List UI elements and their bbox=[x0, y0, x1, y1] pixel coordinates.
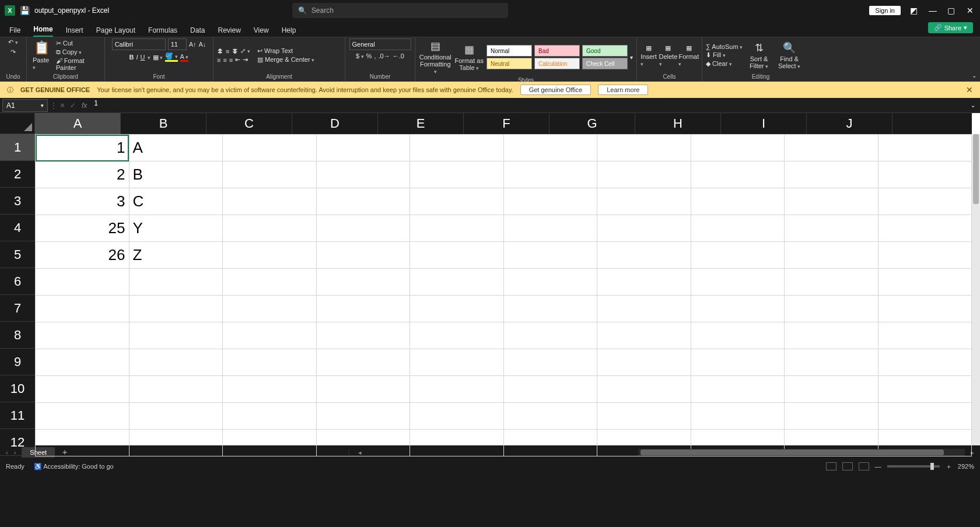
cell[interactable] bbox=[785, 215, 878, 242]
cell[interactable]: A bbox=[129, 135, 223, 161]
underline-button[interactable]: U bbox=[141, 54, 145, 61]
cell[interactable] bbox=[503, 322, 597, 349]
cell[interactable] bbox=[597, 349, 691, 376]
cell[interactable] bbox=[503, 242, 597, 269]
paste-button[interactable]: 📋 Paste bbox=[30, 39, 54, 72]
percent-format-icon[interactable]: % bbox=[366, 52, 372, 59]
column-header[interactable]: E bbox=[378, 113, 464, 134]
column-header[interactable]: D bbox=[292, 113, 378, 134]
cell[interactable] bbox=[597, 296, 691, 322]
column-header[interactable]: F bbox=[464, 113, 550, 134]
cell[interactable] bbox=[691, 215, 785, 242]
redo-button[interactable]: ↷ bbox=[10, 48, 16, 56]
cell[interactable] bbox=[597, 403, 691, 430]
fx-icon[interactable]: fx bbox=[78, 101, 90, 110]
cell[interactable] bbox=[503, 135, 597, 161]
increase-font-icon[interactable]: A↑ bbox=[189, 41, 197, 48]
vertical-scrollbar[interactable] bbox=[972, 134, 980, 445]
cell[interactable] bbox=[878, 403, 972, 430]
formula-input[interactable]: 1 bbox=[90, 99, 966, 112]
enter-formula-icon[interactable]: ✓ bbox=[68, 101, 78, 110]
cell[interactable] bbox=[316, 403, 410, 430]
align-top-icon[interactable]: ⯭ bbox=[217, 48, 223, 55]
cell[interactable] bbox=[503, 403, 597, 430]
cell[interactable] bbox=[223, 135, 317, 161]
cell[interactable]: Y bbox=[129, 215, 223, 242]
column-header[interactable]: H bbox=[635, 113, 721, 134]
format-painter-button[interactable]: 🖌 Format Painter bbox=[56, 57, 101, 71]
cell[interactable] bbox=[597, 322, 691, 349]
tab-formulas[interactable]: Formulas bbox=[148, 26, 177, 37]
cell[interactable] bbox=[878, 376, 972, 403]
close-window-button[interactable]: ✕ bbox=[965, 6, 975, 15]
column-header[interactable]: J bbox=[807, 113, 892, 134]
cell[interactable] bbox=[410, 376, 504, 403]
cell[interactable] bbox=[597, 188, 691, 215]
row-header[interactable]: 2 bbox=[0, 161, 35, 188]
cell[interactable] bbox=[410, 135, 504, 161]
format-as-table-button[interactable]: ▦Format as Table bbox=[454, 42, 484, 72]
dismiss-warning-button[interactable]: ✕ bbox=[966, 85, 973, 94]
align-left-icon[interactable]: ≡ bbox=[217, 57, 220, 64]
cell[interactable] bbox=[597, 269, 691, 296]
tab-data[interactable]: Data bbox=[190, 26, 205, 37]
maximize-button[interactable]: ▢ bbox=[946, 6, 957, 15]
align-middle-icon[interactable]: ≡ bbox=[226, 48, 229, 55]
row-header[interactable]: 8 bbox=[0, 322, 35, 349]
cell[interactable] bbox=[691, 376, 785, 403]
cell[interactable] bbox=[503, 188, 597, 215]
cell[interactable] bbox=[503, 430, 597, 456]
cell-styles-more-icon[interactable]: ▾ bbox=[630, 54, 633, 61]
cell[interactable] bbox=[503, 215, 597, 242]
cell[interactable] bbox=[36, 376, 130, 403]
cell[interactable] bbox=[878, 322, 972, 349]
cell[interactable]: 2 bbox=[36, 161, 130, 188]
cell[interactable] bbox=[129, 376, 223, 403]
cell[interactable]: 3 bbox=[36, 188, 130, 215]
cell[interactable] bbox=[410, 215, 504, 242]
column-header[interactable]: B bbox=[121, 113, 206, 134]
cell[interactable] bbox=[410, 403, 504, 430]
column-header[interactable]: C bbox=[206, 113, 292, 134]
cell[interactable] bbox=[503, 161, 597, 188]
tab-home[interactable]: Home bbox=[33, 25, 52, 37]
save-icon[interactable]: 💾 bbox=[20, 6, 30, 15]
row-header[interactable]: 6 bbox=[0, 268, 35, 295]
wrap-text-button[interactable]: ↩ Wrap Text bbox=[257, 47, 314, 55]
cell[interactable] bbox=[223, 322, 317, 349]
cell[interactable] bbox=[223, 242, 317, 269]
tab-review[interactable]: Review bbox=[218, 26, 240, 37]
cell[interactable] bbox=[597, 135, 691, 161]
cell[interactable] bbox=[691, 161, 785, 188]
fill-color-button[interactable]: 🪣 bbox=[165, 52, 178, 62]
tab-file[interactable]: File bbox=[9, 26, 20, 37]
cell[interactable] bbox=[878, 349, 972, 376]
row-header[interactable]: 9 bbox=[0, 349, 35, 375]
cell[interactable] bbox=[785, 376, 878, 403]
cell[interactable] bbox=[691, 349, 785, 376]
cell[interactable] bbox=[597, 161, 691, 188]
cell[interactable]: B bbox=[129, 161, 223, 188]
select-all-cells[interactable] bbox=[0, 113, 35, 134]
row-header[interactable]: 10 bbox=[0, 375, 35, 402]
merge-center-button[interactable]: ▥ Merge & Center bbox=[257, 56, 314, 64]
cell[interactable] bbox=[410, 430, 504, 456]
cell[interactable] bbox=[503, 376, 597, 403]
font-name-select[interactable] bbox=[112, 38, 166, 50]
tab-help[interactable]: Help bbox=[282, 26, 296, 37]
decrease-font-icon[interactable]: A↓ bbox=[199, 41, 206, 48]
cell[interactable] bbox=[691, 242, 785, 269]
cell[interactable] bbox=[223, 376, 317, 403]
cell[interactable] bbox=[410, 322, 504, 349]
cell[interactable] bbox=[36, 430, 130, 456]
minimize-button[interactable]: — bbox=[928, 6, 938, 15]
cell[interactable] bbox=[785, 135, 878, 161]
cell[interactable]: 26 bbox=[36, 242, 130, 269]
decrease-indent-icon[interactable]: ⇤ bbox=[235, 56, 240, 64]
row-header[interactable]: 4 bbox=[0, 215, 35, 241]
cell[interactable] bbox=[316, 135, 410, 161]
cell[interactable] bbox=[129, 269, 223, 296]
cell[interactable] bbox=[410, 188, 504, 215]
cells-area[interactable]: 1A2B3C25Y26Z bbox=[35, 134, 972, 445]
cell[interactable] bbox=[878, 188, 972, 215]
